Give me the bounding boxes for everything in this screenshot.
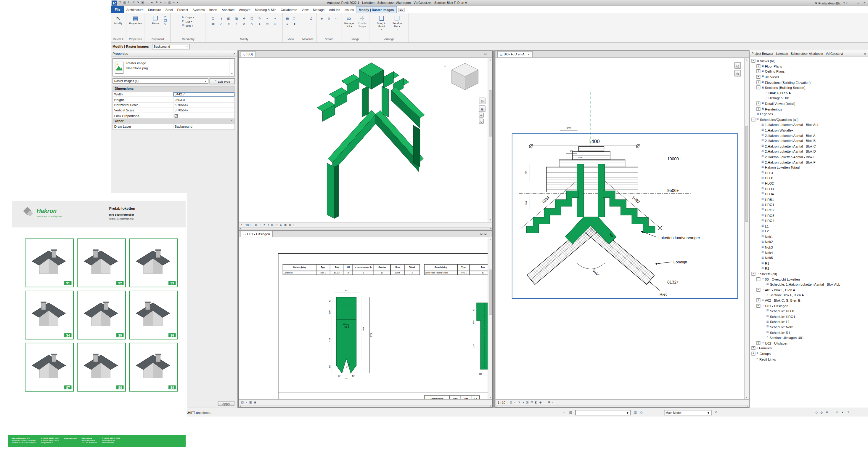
background-processes-icon[interactable]: ⊞ — [826, 411, 828, 413]
house-thumbnail-s8[interactable]: S8 — [77, 343, 126, 392]
reveal-hidden-icon[interactable]: ◉ — [289, 223, 291, 226]
house-thumbnail-s6[interactable]: S6 — [129, 291, 178, 340]
tree-item-floor-plans[interactable]: +▣Floor Plans — [750, 64, 868, 69]
tree-item-nok3[interactable]: ▥Nok3 — [750, 244, 868, 250]
offset-icon[interactable]: ⇉ — [217, 16, 224, 21]
ribbon-tab-view[interactable]: View — [299, 6, 311, 13]
restore-window-icon[interactable]: ⊡ — [484, 52, 487, 55]
wall-joins-icon[interactable]: ⊞ — [272, 22, 279, 27]
trim-extend-icon[interactable]: ⌐ — [264, 16, 271, 21]
tree-item-2-hakron-loketten-aantal-blok-e[interactable]: ▥2.Hakron Loketten Aantal - Blok E — [750, 154, 868, 160]
unpin-icon[interactable]: ∘ — [233, 22, 240, 27]
tree-item-2-hakron-loketten-aantal-blok-d[interactable]: ▥2.Hakron Loketten Aantal - Blok D — [750, 149, 868, 154]
expand-icon[interactable]: + — [756, 75, 760, 79]
tree-item-uitslagen-u01[interactable]: ▫Uitslagen U01 — [750, 95, 868, 101]
ribbon-tab-annotate[interactable]: Annotate — [219, 6, 237, 13]
send-to-back-button[interactable]: ❐ Send to Back ▾ — [390, 15, 404, 30]
steering-wheel-icon[interactable]: ◎ — [479, 97, 485, 104]
tree-item-nok1[interactable]: ▥Nok1 — [750, 234, 868, 239]
constraints-icon[interactable]: ⊞ — [548, 401, 550, 404]
crop-view-icon[interactable]: ◳ — [526, 401, 529, 404]
shadows-icon[interactable]: ◑ — [522, 401, 524, 404]
horizontal-scrollbar[interactable]: ◀▶ — [239, 405, 492, 407]
paste-button[interactable]: ❒ Paste — [149, 15, 162, 25]
delete-icon[interactable]: ✕ — [240, 22, 247, 27]
maximize-button[interactable]: ☐ — [855, 1, 861, 6]
house-thumbnail-s3[interactable]: S3 — [129, 238, 178, 287]
tree-item-blok-f-d-en-a[interactable]: ▫Blok F, D en A — [750, 90, 868, 95]
tree-item-a01-blok-f-d-en-a[interactable]: −▭A01 - Blok F, D en A — [750, 287, 868, 292]
canvas-u01[interactable]: 350 80 150 434 209 583 873 50° 250 50° 8… — [239, 237, 492, 399]
ribbon-tab-steel[interactable]: Steel — [163, 6, 175, 13]
tree-item-hlo4[interactable]: ▥HLO4 — [750, 192, 868, 197]
type-selector[interactable]: Raster image Naamloos.png ▼ — [113, 58, 235, 77]
3d-view-icon[interactable]: ◇ — [164, 2, 166, 4]
ribbon-tab-contextual[interactable]: Modify | Raster Images — [356, 6, 397, 13]
customize-icon[interactable]: ▾ — [177, 2, 178, 4]
reveal-constraints-icon[interactable]: ⊥ — [831, 411, 833, 413]
tree-item-2-hakron-loketten-aantal-blok-b[interactable]: ▥2.Hakron Loketten Aantal - Blok B — [750, 138, 868, 143]
close-icon[interactable]: ✕ — [864, 52, 866, 55]
filter-icon[interactable]: ▼ — [841, 411, 844, 413]
house-thumbnail-s9[interactable]: S9 — [129, 343, 178, 392]
tree-item-l1[interactable]: ▥L1 — [750, 223, 868, 228]
user-avatar-icon[interactable]: ◉ — [818, 2, 820, 4]
tree-item-schedule-hlo1[interactable]: ▥Schedule: HLO1 — [750, 309, 868, 314]
rotate-icon[interactable]: ↻ — [256, 16, 263, 21]
geometry-tool-cope[interactable]: ⊔Cope▾ — [182, 16, 194, 19]
paint-icon[interactable]: ● — [256, 22, 263, 27]
tree-item-renderings[interactable]: +▣Renderings — [750, 106, 868, 111]
mirror-draw-axis-icon[interactable]: ◨ — [233, 16, 240, 21]
design-options-icon[interactable]: ◇ — [640, 410, 643, 413]
sun-path-icon[interactable]: ☀ — [518, 401, 520, 404]
horizontal-scrollbar[interactable]: ◀▶ — [239, 228, 492, 230]
cut-icon[interactable]: ✂ — [164, 16, 167, 18]
tree-item-l2[interactable]: ▥L2 — [750, 228, 868, 234]
expand-icon[interactable]: + — [751, 346, 755, 350]
array-icon[interactable]: ▦ — [210, 22, 217, 27]
switch-window-dropdown[interactable]: ▣▾ — [398, 8, 404, 12]
expand-icon[interactable]: + — [756, 341, 760, 345]
redo-icon[interactable]: ↷ — [137, 2, 139, 4]
tree-item-r2[interactable]: ▥R2 — [750, 266, 868, 271]
tree-item-hro3[interactable]: ▥HRO3 — [750, 212, 868, 218]
ribbon-tab-architecture[interactable]: Architecture — [124, 6, 146, 13]
modify-tool-button[interactable]: ↖ Modify — [113, 15, 124, 25]
pan-icon[interactable]: ✛ — [479, 113, 484, 118]
expand-icon[interactable]: + — [756, 80, 760, 84]
chevron-down-icon[interactable]: ▼ — [229, 59, 235, 76]
temp-hide-icon[interactable]: ◧ — [249, 401, 252, 404]
tree-item-hlo3[interactable]: ▥HLO3 — [750, 186, 868, 192]
close-button[interactable]: ✕ — [862, 1, 867, 6]
tree-item-views-all[interactable]: −▦Views (all) — [750, 58, 868, 64]
pin-icon[interactable]: ∗ — [225, 22, 232, 27]
collapse-icon[interactable]: − — [751, 272, 755, 276]
aligned-dimension-icon[interactable]: ⇤ — [151, 2, 153, 4]
tree-item-section-blok-f-d-en-a[interactable]: ◇Section: Blok F, D en A — [750, 292, 868, 298]
ribbon-tab-precast[interactable]: Precast — [175, 6, 190, 13]
collapse-icon[interactable]: − — [756, 277, 760, 281]
view-tab-3d[interactable]: ◇ [3D] — [240, 51, 255, 57]
tree-item-schedule-nok1[interactable]: ▥Schedule: Nok1 — [750, 324, 868, 330]
demolish-icon[interactable]: ⊗ — [264, 22, 271, 27]
close-view-icon[interactable]: ✕ — [527, 53, 530, 56]
edit-type-button[interactable]: ✎ Edit Type — [210, 78, 235, 84]
property-value-vertical-scale[interactable]: 8.705547 — [174, 108, 235, 113]
tree-item-section-uitslagen-u01[interactable]: ◇Section: Uitslagen U01 — [750, 335, 868, 340]
expand-icon[interactable]: + — [756, 64, 760, 68]
ribbon-tab-file[interactable]: File — [111, 6, 124, 13]
tree-item-r1[interactable]: ▥R1 — [750, 260, 868, 266]
temp-hide-icon[interactable]: ◧ — [535, 401, 537, 404]
view-templates-icon[interactable]: ▤ — [284, 16, 290, 21]
view-tab-u01[interactable]: ▭ U01 - Uitslagen — [240, 231, 273, 237]
property-value-lock-proportions[interactable]: ✓ — [174, 113, 235, 118]
geometry-tool-join[interactable]: ⊕Join▾ — [182, 24, 194, 27]
visual-style-icon[interactable]: ◐ — [514, 401, 516, 404]
tree-item-schedule-l1[interactable]: ▥Schedule: L1 — [750, 319, 868, 324]
match-type-icon[interactable]: ✎ — [164, 23, 167, 26]
visual-style-icon[interactable]: ◐ — [259, 223, 261, 226]
worksharing-display-icon[interactable]: ◇ — [815, 411, 818, 413]
ribbon-tab-issues[interactable]: Issues — [342, 6, 356, 13]
zoom-icon[interactable]: ⊕ — [479, 105, 485, 112]
show-crop-icon[interactable]: ⊡ — [530, 401, 533, 404]
